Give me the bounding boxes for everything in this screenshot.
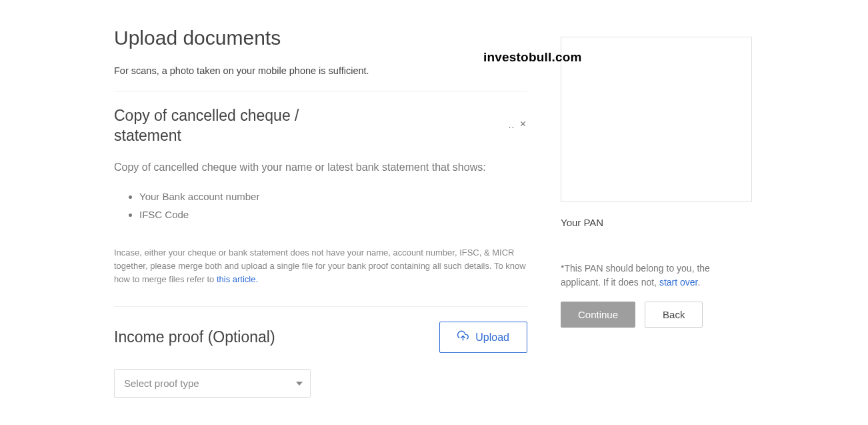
upload-button[interactable]: Upload (439, 322, 527, 353)
cheque-requirements-list: Your Bank account number IFSC Code (114, 187, 527, 224)
main-content: Upload documents For scans, a photo take… (114, 27, 527, 398)
uploaded-file-chip: .. (509, 106, 527, 130)
list-item: IFSC Code (139, 205, 527, 224)
pan-label: Your PAN (561, 217, 747, 228)
cheque-section-title: Copy of cancelled cheque / statement (114, 106, 367, 146)
page-subtitle: For scans, a photo taken on your mobile … (114, 65, 527, 76)
file-name-truncated: .. (509, 120, 515, 130)
pan-note-suffix: . (697, 277, 700, 288)
income-section-title: Income proof (Optional) (114, 328, 275, 346)
upload-icon (457, 330, 469, 344)
pan-card-preview (561, 37, 752, 202)
remove-file-icon[interactable] (519, 119, 527, 130)
cheque-fine-print: Incase, either your cheque or bank state… (114, 246, 527, 286)
back-button[interactable]: Back (645, 302, 703, 328)
continue-button[interactable]: Continue (561, 302, 635, 328)
divider (114, 91, 527, 91)
upload-button-label: Upload (475, 332, 509, 344)
list-item: Your Bank account number (139, 187, 527, 205)
pan-note: *This PAN should belong to you, the appl… (561, 262, 747, 290)
divider (114, 306, 527, 307)
cheque-section-desc: Copy of cancelled cheque with your name … (114, 159, 527, 175)
sidebar: Your PAN *This PAN should belong to you,… (561, 27, 747, 328)
fine-print-text: Incase, either your cheque or bank state… (114, 248, 526, 284)
page-title: Upload documents (114, 27, 527, 49)
merge-article-link[interactable]: this article. (217, 274, 258, 284)
watermark-text: investobull.com (483, 50, 582, 65)
proof-type-select[interactable]: Select proof type (114, 369, 311, 398)
start-over-link[interactable]: start over (659, 277, 698, 288)
